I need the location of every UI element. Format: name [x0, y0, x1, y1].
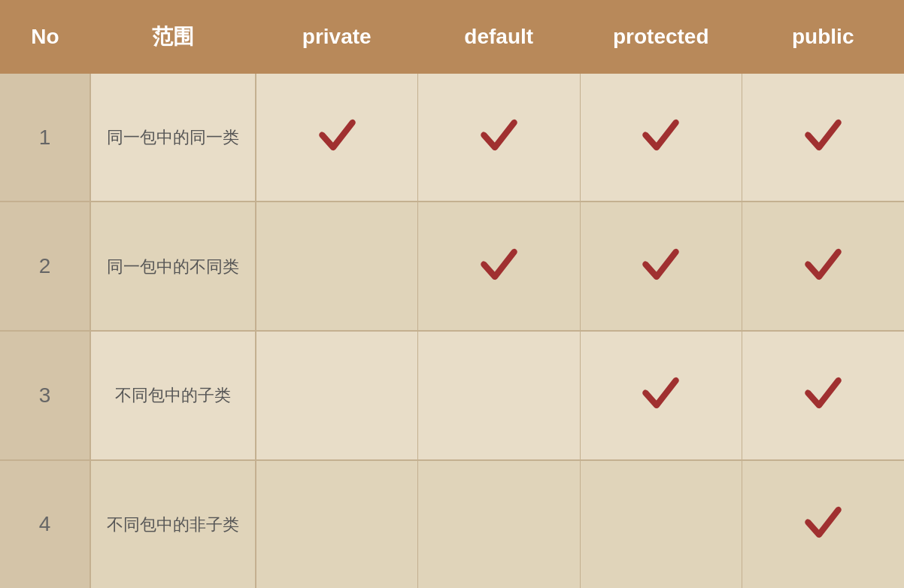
- header-no: No: [0, 0, 90, 74]
- row-protected: [580, 202, 742, 331]
- header-default: default: [418, 0, 581, 74]
- row-number: 3: [0, 331, 90, 460]
- header-protected: protected: [580, 0, 742, 74]
- row-scope: 同一包中的同一类: [90, 74, 256, 202]
- table-row: 4不同包中的非子类: [0, 460, 904, 588]
- row-number: 1: [0, 74, 90, 202]
- table-row: 1同一包中的同一类: [0, 74, 904, 202]
- row-public: [742, 460, 905, 588]
- access-modifier-table: No 范围 private default protected public 1…: [0, 0, 904, 588]
- row-protected: [580, 74, 742, 202]
- header-row: No 范围 private default protected public: [0, 0, 904, 74]
- row-default: [418, 202, 581, 331]
- table-container: No 范围 private default protected public 1…: [0, 0, 904, 588]
- row-private: [256, 460, 418, 588]
- row-protected: [580, 460, 742, 588]
- row-public: [742, 331, 905, 460]
- table-row: 3不同包中的子类: [0, 331, 904, 460]
- row-public: [742, 202, 905, 331]
- row-scope: 不同包中的非子类: [90, 460, 256, 588]
- row-scope: 不同包中的子类: [90, 331, 256, 460]
- table-row: 2同一包中的不同类: [0, 202, 904, 331]
- row-private: [256, 202, 418, 331]
- row-public: [742, 74, 905, 202]
- row-default: [418, 331, 581, 460]
- row-protected: [580, 331, 742, 460]
- row-private: [256, 331, 418, 460]
- row-number: 2: [0, 202, 90, 331]
- row-scope: 同一包中的不同类: [90, 202, 256, 331]
- row-private: [256, 74, 418, 202]
- header-private: private: [256, 0, 418, 74]
- row-default: [418, 460, 581, 588]
- header-scope: 范围: [90, 0, 256, 74]
- row-number: 4: [0, 460, 90, 588]
- row-default: [418, 74, 581, 202]
- header-public: public: [742, 0, 905, 74]
